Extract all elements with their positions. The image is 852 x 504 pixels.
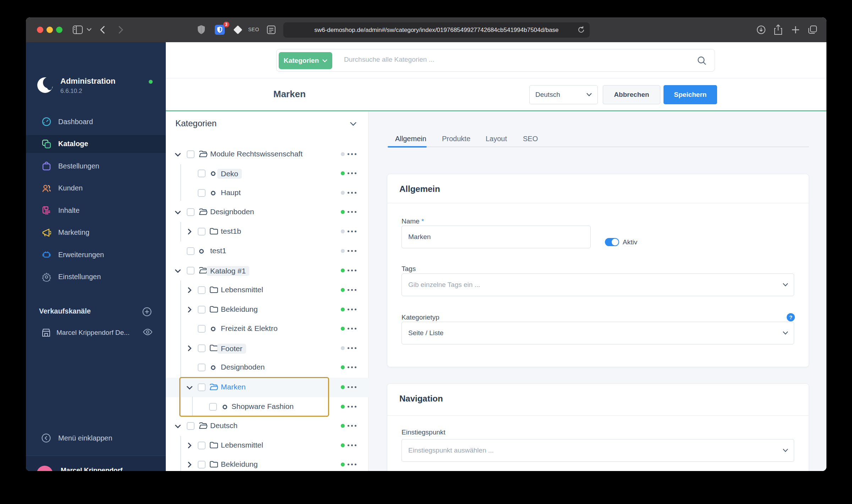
category-label[interactable]: Lebensmittel <box>221 286 263 294</box>
search-icon[interactable] <box>697 56 707 66</box>
back-icon[interactable] <box>100 26 105 34</box>
sidebar-item-bestellungen[interactable]: Bestellungen <box>26 157 166 175</box>
privacy-shield-icon[interactable] <box>197 25 206 35</box>
context-menu-icon[interactable] <box>348 366 362 368</box>
context-menu-icon[interactable] <box>348 386 362 388</box>
row-checkbox[interactable] <box>198 344 206 352</box>
share-icon[interactable] <box>774 24 782 35</box>
password-shield-extension-icon[interactable] <box>215 24 225 35</box>
category-label[interactable]: test1 <box>210 247 226 255</box>
row-checkbox[interactable] <box>198 364 206 371</box>
seo-extension-icon[interactable]: SEO <box>248 27 259 32</box>
context-menu-icon[interactable] <box>348 231 362 232</box>
tree-row[interactable]: test1b <box>166 222 368 241</box>
active-toggle[interactable] <box>605 238 619 246</box>
row-checkbox[interactable] <box>187 150 195 158</box>
category-label[interactable]: Bekleidung <box>221 305 258 314</box>
user-area[interactable]: MK Marcel Krippendorf Administrator <box>26 455 166 471</box>
context-menu-icon[interactable] <box>348 192 362 194</box>
downloads-icon[interactable] <box>757 25 766 34</box>
row-checkbox[interactable] <box>187 247 195 255</box>
collapse-menu-icon[interactable] <box>42 433 51 443</box>
eye-icon[interactable] <box>143 329 152 335</box>
name-input[interactable]: Marken <box>402 226 591 248</box>
context-menu-icon[interactable] <box>348 425 362 427</box>
context-menu-icon[interactable] <box>348 444 362 446</box>
row-checkbox[interactable] <box>198 306 206 314</box>
sidebar-item-inhalte[interactable]: Inhalte <box>26 201 166 219</box>
sidebar-item-kunden[interactable]: Kunden <box>26 179 166 197</box>
row-checkbox[interactable] <box>198 442 206 449</box>
search-entity-badge[interactable]: Kategorien <box>279 52 332 69</box>
new-tab-icon[interactable] <box>791 26 800 34</box>
sidebar-dropdown-chevron-icon[interactable] <box>87 28 92 31</box>
row-checkbox[interactable] <box>187 208 195 216</box>
category-label[interactable]: Katalog #1 <box>207 266 249 276</box>
chevron-right-icon[interactable] <box>188 287 192 293</box>
maximize-window-button[interactable] <box>56 27 62 33</box>
chevron-right-icon[interactable] <box>188 345 192 351</box>
collapse-tree-chevron-icon[interactable] <box>350 122 356 126</box>
chevron-right-icon[interactable] <box>188 229 192 234</box>
category-label[interactable]: Designboden <box>210 207 254 216</box>
category-label[interactable]: Deko <box>217 169 242 179</box>
chevron-right-icon[interactable] <box>188 443 192 448</box>
tab-layout[interactable]: Layout <box>486 135 507 143</box>
row-checkbox[interactable] <box>198 189 206 197</box>
row-checkbox[interactable] <box>198 228 206 236</box>
category-label[interactable]: Freizeit & Elektro <box>221 324 278 333</box>
context-menu-icon[interactable] <box>348 211 362 213</box>
tree-row[interactable]: test1 <box>166 242 368 261</box>
minimize-window-button[interactable] <box>47 27 53 33</box>
chevron-down-icon[interactable] <box>175 211 181 215</box>
context-menu-icon[interactable] <box>348 250 362 252</box>
tree-row[interactable]: Bekleidung <box>166 300 368 319</box>
chevron-right-icon[interactable] <box>188 307 192 312</box>
category-label[interactable]: Haupt <box>221 188 241 197</box>
chevron-right-icon[interactable] <box>188 462 192 467</box>
tab-seo[interactable]: SEO <box>523 135 538 143</box>
chevron-down-icon[interactable] <box>175 153 181 157</box>
sidebar-item-kataloge[interactable]: Kataloge <box>26 135 166 153</box>
context-menu-icon[interactable] <box>348 328 362 329</box>
tree-row[interactable]: Footer <box>166 339 368 358</box>
category-label[interactable]: Deutsch <box>210 421 237 430</box>
stack-extension-icon[interactable] <box>233 25 243 35</box>
tab-overview-icon[interactable] <box>808 25 817 34</box>
sidebar-toggle-icon[interactable] <box>72 25 83 35</box>
sales-channel-item[interactable]: Marcel Krippendorf De... <box>56 329 130 337</box>
tab-allgemein[interactable]: Allgemein <box>395 135 426 143</box>
tree-row[interactable]: Designboden <box>166 358 368 377</box>
row-checkbox[interactable] <box>187 267 195 275</box>
category-label[interactable]: Designboden <box>221 363 265 371</box>
sidebar-item-marketing[interactable]: Marketing <box>26 224 166 242</box>
sidebar-item-einstellungen[interactable]: Einstellungen <box>26 268 166 286</box>
category-label[interactable]: Bekleidung <box>221 460 258 469</box>
context-menu-icon[interactable] <box>348 153 362 155</box>
close-window-button[interactable] <box>37 27 43 33</box>
category-label[interactable]: Lebensmittel <box>221 441 263 449</box>
collapse-menu-label[interactable]: Menü einklappen <box>58 434 112 442</box>
chevron-down-icon[interactable] <box>175 425 181 428</box>
sidebar-item-erweiterungen[interactable]: Erweiterungen <box>26 246 166 264</box>
tree-row[interactable]: Lebensmittel <box>166 436 368 455</box>
context-menu-icon[interactable] <box>348 347 362 349</box>
tree-row[interactable]: Freizeit & Elektro <box>166 319 368 338</box>
tree-row[interactable]: Haupt <box>166 183 368 203</box>
row-checkbox[interactable] <box>198 325 206 333</box>
row-checkbox[interactable] <box>198 461 206 469</box>
tree-row[interactable]: Katalog #1 <box>166 261 368 280</box>
context-menu-icon[interactable] <box>348 464 362 465</box>
entry-point-select[interactable]: Einstiegspunkt auswählen ... <box>402 439 794 462</box>
chevron-down-icon[interactable] <box>175 269 181 273</box>
url-bar[interactable]: sw6-demoshop.de/admin#/sw/category/index… <box>283 22 590 38</box>
global-search-input[interactable]: Kategorien Durchsuche alle Kategorien ..… <box>276 49 715 72</box>
context-menu-icon[interactable] <box>348 172 362 174</box>
row-checkbox[interactable] <box>187 422 195 430</box>
category-label[interactable]: test1b <box>221 227 241 236</box>
tree-row[interactable]: Lebensmittel <box>166 281 368 300</box>
context-menu-icon[interactable] <box>348 270 362 271</box>
row-checkbox[interactable] <box>198 170 206 177</box>
tree-row[interactable]: Designboden <box>166 203 368 222</box>
category-label[interactable]: Module Rechtswissenschaft <box>210 150 302 158</box>
